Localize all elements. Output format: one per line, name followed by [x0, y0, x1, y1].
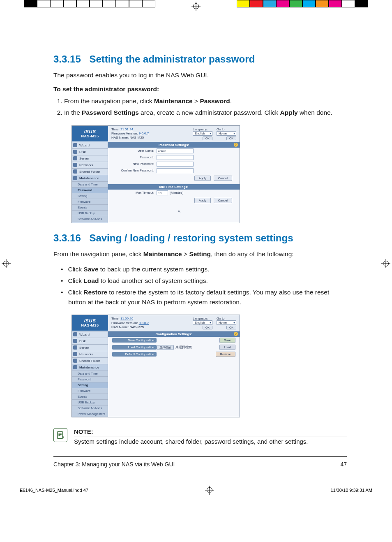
section2-bullets: Click Save to back up the current system…: [53, 264, 347, 307]
nav-icon: [73, 352, 77, 356]
indd-timestamp: 11/30/10 9:39:31 AM: [330, 488, 372, 493]
language-dropdown[interactable]: English: [193, 131, 212, 136]
svg-rect-0: [58, 432, 63, 439]
nav-item-networks[interactable]: Networks: [72, 351, 108, 358]
print-swatches-left: [24, 0, 155, 7]
nav-item-wizard[interactable]: Wizard: [72, 142, 108, 149]
shot2-header: /SUS NAS-M25 Time: 11:00:20 Firmware Ver…: [72, 315, 240, 331]
browse-button[interactable]: 選擇檔案: [157, 345, 174, 350]
brand-logo: /SUS: [84, 129, 96, 134]
nav-item-label: Shared Folder: [79, 170, 100, 174]
input-new-password[interactable]: [157, 162, 194, 167]
nav-item-label: Maintenance: [79, 176, 99, 180]
nav-sub-software-add-ons[interactable]: Software Add-ons: [72, 216, 108, 222]
nav-sub-password[interactable]: Password: [72, 377, 108, 382]
input-username[interactable]: admin: [157, 148, 194, 153]
firmware-link-2[interactable]: 9.0.0.7: [139, 321, 149, 325]
nav-sub-setting[interactable]: Setting: [72, 193, 108, 199]
nav-sub-date-and-time[interactable]: Date and Time: [72, 182, 108, 188]
step-2: In the Password Settings area, create a …: [64, 108, 347, 118]
input-confirm-new-password[interactable]: [157, 168, 194, 173]
section1-steps: From the navigation pane, click Maintena…: [53, 96, 347, 118]
language-ok-button[interactable]: OK: [203, 137, 212, 140]
time-link-2[interactable]: 11:00:20: [120, 317, 133, 320]
nav-sub-power-management[interactable]: Power Management: [72, 411, 108, 417]
section-title-1: Setting the administrator password: [89, 53, 255, 65]
restore-button[interactable]: Restore: [216, 352, 235, 357]
goto-ok-button[interactable]: OK: [226, 137, 236, 140]
nav-item-label: Disk: [79, 339, 86, 343]
language-dropdown-2[interactable]: English: [193, 320, 212, 325]
help-icon[interactable]: ?: [234, 143, 238, 147]
nav-item-disk[interactable]: Disk: [72, 149, 108, 155]
nav-icon: [73, 176, 77, 180]
swatch: [50, 0, 63, 7]
nav-item-disk[interactable]: Disk: [72, 338, 108, 345]
input-password[interactable]: [157, 155, 194, 160]
language-ok-button-2[interactable]: OK: [203, 326, 212, 329]
nav-item-wizard[interactable]: Wizard: [72, 331, 108, 338]
nav-sub-events[interactable]: Events: [72, 205, 108, 211]
cancel-button-2[interactable]: Cancel: [214, 198, 232, 203]
note-heading: NOTE:: [74, 428, 347, 436]
section1-intro: The password enables you to log in the N…: [53, 71, 347, 80]
swatch: [276, 0, 289, 7]
nav-item-label: Maintenance: [79, 366, 99, 369]
goto-dropdown-2[interactable]: Home: [217, 320, 236, 325]
save-button[interactable]: Save: [219, 338, 235, 343]
nav-sub-usb-backup[interactable]: USB Backup: [72, 211, 108, 216]
shot1-controls: Language: English OK Go to: Home OK: [189, 126, 240, 142]
nav-sub-date-and-time[interactable]: Date and Time: [72, 371, 108, 377]
note-body: System settings include account, shared …: [74, 438, 347, 445]
nav-icon: [73, 169, 77, 174]
nav-sub-setting[interactable]: Setting: [72, 382, 108, 388]
note-icon: [53, 428, 67, 442]
nav-sub-firmware[interactable]: Firmware: [72, 388, 108, 394]
nav-sub-usb-backup[interactable]: USB Backup: [72, 400, 108, 405]
help-icon-2[interactable]: ?: [234, 332, 238, 336]
nav-sub-software-add-ons[interactable]: Software Add-ons: [72, 405, 108, 411]
cancel-button-1[interactable]: Cancel: [214, 176, 232, 181]
registration-mark-left: [2, 259, 11, 268]
brand-model: NAS-M25: [81, 134, 99, 138]
nav-icon: [73, 143, 77, 147]
swatch: [289, 0, 302, 7]
panel-config-title: Configuration Settings: ?: [108, 331, 240, 337]
swatch: [103, 0, 116, 7]
nav-icon: [73, 345, 77, 350]
print-swatches-right: [237, 0, 368, 7]
registration-mark-top: [191, 2, 201, 11]
footer-chapter: Chapter 3: Managing your NAS via its Web…: [53, 461, 175, 468]
shot2-nav: WizardDiskServerNetworksShared FolderMai…: [72, 331, 108, 417]
shot1-nav: WizardDiskServerNetworksShared FolderMai…: [72, 142, 108, 223]
nav-item-label: Networks: [79, 352, 93, 356]
nav-sub-events[interactable]: Events: [72, 394, 108, 400]
swatch: [24, 0, 37, 7]
row-load-config: Load Configuration: 選擇檔案 未選擇檔案 Load: [108, 344, 240, 351]
nav-sub-password[interactable]: Password: [72, 188, 108, 193]
time-link[interactable]: 21:51:24: [120, 127, 133, 131]
apply-button-2[interactable]: Apply: [194, 198, 211, 203]
nav-sub-firmware[interactable]: Firmware: [72, 199, 108, 205]
registration-mark-bottom: [205, 486, 214, 495]
nav-item-shared-folder[interactable]: Shared Folder: [72, 169, 108, 175]
nav-item-shared-folder[interactable]: Shared Folder: [72, 358, 108, 364]
nav-item-maintenance[interactable]: Maintenance: [72, 364, 108, 371]
note-text: NOTE: System settings include account, s…: [74, 428, 347, 445]
nav-icon: [73, 156, 77, 160]
nav-item-networks[interactable]: Networks: [72, 162, 108, 169]
bullet-2: Click Restore to restore the system to i…: [61, 287, 347, 307]
shot1-header: /SUS NAS-M25 Time: 21:51:24 Firmware Ver…: [72, 126, 240, 142]
nav-item-server[interactable]: Server: [72, 155, 108, 162]
step-1: From the navigation pane, click Maintena…: [64, 96, 347, 106]
swatch: [237, 0, 250, 7]
goto-ok-button-2[interactable]: OK: [226, 326, 236, 329]
row-save-config: Save Configuration: Save: [108, 337, 240, 344]
load-button[interactable]: Load: [219, 345, 235, 350]
apply-button-1[interactable]: Apply: [194, 176, 211, 181]
goto-dropdown[interactable]: Home: [217, 131, 236, 136]
nav-item-maintenance[interactable]: Maintenance: [72, 175, 108, 182]
nav-item-server[interactable]: Server: [72, 345, 108, 351]
firmware-link[interactable]: 9.0.0.7: [139, 132, 149, 135]
input-timeout[interactable]: 10: [157, 190, 168, 195]
